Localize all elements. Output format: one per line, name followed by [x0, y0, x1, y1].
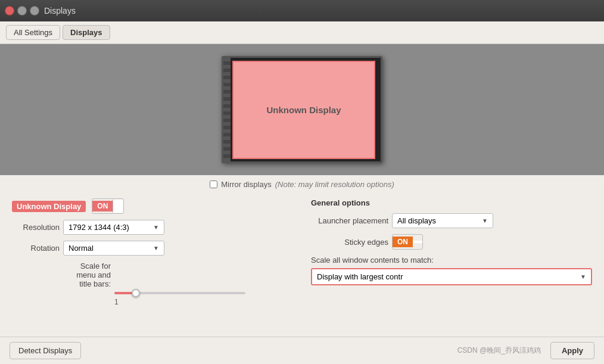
mirror-checkbox[interactable] — [210, 181, 217, 188]
window-controls[interactable] — [5, 6, 39, 15]
settings-area: Unknown Display ON Resolution 1792 x 134… — [0, 192, 604, 312]
launcher-value: All displays — [397, 216, 436, 225]
scale-all-label: Scale all window contents to match: — [311, 256, 592, 265]
slider-thumb[interactable] — [132, 289, 140, 297]
left-panel: Unknown Display ON Resolution 1792 x 134… — [12, 198, 293, 306]
title-bar: Displays — [0, 0, 604, 21]
display-screen: Unknown Display — [232, 61, 375, 159]
scale-all-arrow-icon: ▼ — [580, 273, 586, 280]
resolution-row: Resolution 1792 x 1344 (4:3) ▼ — [12, 220, 293, 235]
display-name-preview: Unknown Display — [266, 105, 341, 115]
slider-wrapper: Scale for menu and title bars: 1 — [12, 262, 293, 306]
launcher-dropdown[interactable]: All displays ▼ — [392, 213, 493, 228]
sticky-edges-toggle[interactable]: ON — [392, 234, 423, 250]
launcher-row: Launcher placement All displays ▼ — [311, 213, 592, 228]
close-button[interactable] — [5, 6, 14, 15]
scale-value: 1 — [114, 298, 119, 306]
resolution-arrow-icon: ▼ — [153, 224, 159, 231]
sticky-thumb — [413, 241, 422, 243]
all-settings-button[interactable]: All Settings — [6, 25, 60, 40]
rotation-value: Normal — [69, 244, 94, 253]
right-panel: General options Launcher placement All d… — [311, 198, 592, 306]
display-on-toggle[interactable]: ON — [92, 198, 124, 214]
toolbar: All Settings Displays — [0, 21, 604, 44]
display-name-label: Unknown Display — [12, 201, 86, 212]
sticky-edges-label: Sticky edges — [311, 238, 388, 247]
slider-track[interactable] — [114, 292, 245, 294]
toggle-on-label: ON — [92, 201, 113, 211]
display-header: Unknown Display ON — [12, 198, 293, 214]
launcher-label: Launcher placement — [311, 216, 388, 225]
detect-displays-button[interactable]: Detect Displays — [10, 342, 81, 359]
resolution-label: Resolution — [12, 223, 60, 232]
apply-button[interactable]: Apply — [550, 342, 594, 359]
general-options-title: General options — [311, 198, 592, 207]
sticky-on-label: ON — [393, 237, 413, 247]
scale-section: Scale for menu and title bars: 1 — [12, 262, 293, 306]
resolution-dropdown[interactable]: 1792 x 1344 (4:3) ▼ — [63, 220, 164, 235]
slider-container: 1 — [63, 292, 245, 306]
scale-all-value: Display with largest contr — [317, 272, 403, 281]
mirror-label: Mirror displays — [221, 180, 272, 189]
launcher-arrow-icon: ▼ — [482, 217, 488, 224]
rotation-row: Rotation Normal ▼ — [12, 241, 293, 256]
sticky-edges-row: Sticky edges ON — [311, 234, 592, 250]
displays-button[interactable]: Displays — [63, 25, 110, 40]
rotation-dropdown[interactable]: Normal ▼ — [63, 241, 164, 256]
scale-all-section: Scale all window contents to match: Disp… — [311, 256, 592, 285]
watermark: CSDN @晚间_乔风涼鸡鸡 — [457, 346, 541, 356]
scale-all-dropdown[interactable]: Display with largest contr ▼ — [311, 268, 592, 285]
rotation-label: Rotation — [12, 244, 60, 253]
window-title: Displays — [44, 6, 76, 15]
minimize-button[interactable] — [17, 6, 27, 15]
monitor-representation[interactable]: Unknown Display — [222, 56, 382, 163]
bottom-bar: Detect Displays CSDN @晚间_乔风涼鸡鸡 Apply — [0, 337, 604, 364]
display-preview-area: Unknown Display — [0, 44, 604, 175]
scale-label: Scale for menu and title bars: — [63, 262, 111, 288]
rotation-arrow-icon: ▼ — [153, 245, 159, 251]
maximize-button[interactable] — [30, 6, 39, 15]
mirror-note: (Note: may limit resolution options) — [275, 180, 394, 189]
mirror-row: Mirror displays (Note: may limit resolut… — [0, 175, 604, 192]
toggle-thumb — [113, 200, 123, 213]
resolution-value: 1792 x 1344 (4:3) — [69, 223, 129, 232]
